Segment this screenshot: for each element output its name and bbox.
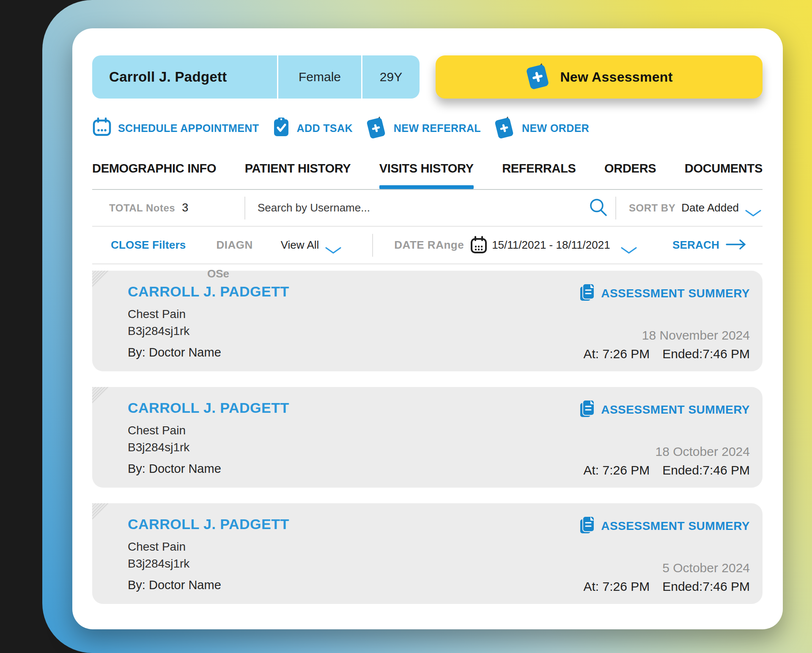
document-icon [579, 283, 595, 304]
page-fold-icon [92, 387, 109, 404]
visit-record-id: B3j284sj1rk [128, 439, 289, 456]
visit-end-time: Ended:7:46 PM [662, 347, 750, 361]
search-input[interactable] [258, 201, 588, 214]
assessment-summary-label: ASSESSMENT SUMMERY [601, 403, 750, 417]
patient-header-row: Carroll J. Padgett Female 29Y New Assess… [92, 55, 763, 99]
visit-datetime: 18 October 2024 At: 7:26 PM Ended:7:46 P… [583, 444, 750, 477]
date-range-value[interactable]: 15/11/2021 - 18/11/2021 [492, 239, 610, 252]
visit-diagnosis: Chest Pain [128, 306, 289, 323]
visit-record-id: B3j284sj1rk [128, 323, 289, 340]
visit-date: 18 November 2024 [642, 328, 750, 343]
new-referral-button[interactable]: NEW REFERRAL [366, 116, 481, 140]
chevron-down-icon[interactable] [325, 247, 342, 256]
visit-record-id: B3j284sj1rk [128, 555, 289, 572]
diagnose-filter-label: DIAGN [216, 239, 252, 252]
visit-times: At: 7:26 PM Ended:7:46 PM [583, 579, 750, 594]
visit-date: 5 October 2024 [662, 561, 750, 575]
tab-demographic-info[interactable]: DEMOGRAPHIC INFO [92, 162, 216, 176]
sort-by-label: SORT BY [629, 202, 675, 214]
visit-date: 18 October 2024 [656, 444, 750, 459]
total-notes: TOTAL Notes 3 [92, 201, 244, 214]
total-notes-label: TOTAL Notes [109, 202, 175, 214]
document-icon [579, 400, 595, 420]
schedule-appointment-label: SCHEDULE APPOINTMENT [118, 122, 259, 134]
divider [372, 234, 373, 257]
new-assessment-label: New Assessment [560, 69, 672, 85]
diagnose-filter-value[interactable]: View All [281, 239, 319, 252]
clipboard-check-icon [272, 117, 290, 139]
visit-doctor: By: Doctor Name [128, 578, 289, 592]
add-task-label: ADD TSAK [296, 122, 352, 134]
calendar-icon[interactable] [470, 236, 488, 255]
patient-age: 29Y [362, 55, 420, 99]
visit-card-details: CARROLL J. PADGETT Chest Pain B3j284sj1r… [128, 516, 289, 594]
visit-card-meta: ASSESSMENT SUMMERY 18 October 2024 At: 7… [579, 400, 750, 477]
visit-card: CARROLL J. PADGETT Chest Pain B3j284sj1r… [92, 387, 763, 488]
visit-end-time: Ended:7:46 PM [662, 463, 750, 477]
quick-actions-row: SCHEDULE APPOINTMENT ADD TSAK NEW R [92, 118, 763, 139]
visit-patient-name-link[interactable]: CARROLL J. PADGETT [128, 516, 289, 532]
new-order-button[interactable]: NEW ORDER [494, 116, 589, 140]
visit-card: CARROLL J. PADGETT Chest Pain B3j284sj1r… [92, 271, 763, 371]
notes-toolbar: TOTAL Notes 3 SORT BY Date Added [92, 190, 763, 227]
visit-patient-name-link[interactable]: CARROLL J. PADGETT [128, 400, 289, 416]
visit-diagnosis: Chest Pain [128, 538, 289, 555]
assessment-summary-button[interactable]: ASSESSMENT SUMMERY [579, 400, 750, 420]
new-order-label: NEW ORDER [522, 122, 589, 134]
sort-by-dropdown[interactable]: SORT BY Date Added [616, 201, 763, 214]
visits-list: CARROLL J. PADGETT Chest Pain B3j284sj1r… [92, 271, 763, 604]
search-filters-button[interactable]: SERACH [672, 239, 747, 252]
date-range-label: DATE RAnge [394, 239, 464, 252]
visit-card-meta: ASSESSMENT SUMMERY 5 October 2024 At: 7:… [579, 516, 750, 594]
close-filters-button[interactable]: CLOSE Filters [111, 239, 186, 252]
visit-start-time: At: 7:26 PM [583, 347, 650, 361]
record-tabs: DEMOGRAPHIC INFO PATIENT HISTORY VISITS … [92, 162, 763, 190]
page-fold-icon [92, 503, 109, 520]
patient-name: Carroll J. Padgett [92, 55, 277, 99]
visit-diagnosis: Chest Pain [128, 422, 289, 439]
visit-end-time: Ended:7:46 PM [662, 579, 750, 594]
schedule-appointment-button[interactable]: SCHEDULE APPOINTMENT [92, 117, 259, 139]
patient-info-bar: Carroll J. Padgett Female 29Y [92, 55, 420, 99]
visit-datetime: 18 November 2024 At: 7:26 PM Ended:7:46 … [583, 328, 750, 361]
visit-doctor: By: Doctor Name [128, 346, 289, 359]
visit-card-details: CARROLL J. PADGETT Chest Pain B3j284sj1r… [128, 400, 289, 477]
assessment-summary-label: ASSESSMENT SUMMERY [601, 519, 750, 533]
new-referral-label: NEW REFERRAL [394, 122, 481, 134]
calendar-icon [92, 117, 112, 139]
tab-referrals[interactable]: REFERRALS [502, 162, 576, 176]
assessment-summary-button[interactable]: ASSESSMENT SUMMERY [579, 283, 750, 304]
visit-card-meta: ASSESSMENT SUMMERY 18 November 2024 At: … [579, 283, 750, 361]
tab-orders[interactable]: ORDERS [604, 162, 656, 176]
visit-start-time: At: 7:26 PM [583, 579, 650, 594]
tab-patient-history[interactable]: PATIENT HISTORY [245, 162, 351, 176]
patient-gender: Female [278, 55, 361, 99]
page-fold-icon [92, 271, 109, 288]
tab-documents[interactable]: DOCUMENTS [685, 162, 763, 176]
visit-card-details: CARROLL J. PADGETT Chest Pain B3j284sj1r… [128, 283, 289, 361]
page: { "patient_header": { "name": "Carroll J… [0, 0, 812, 653]
visit-doctor: By: Doctor Name [128, 462, 289, 476]
visit-start-time: At: 7:26 PM [583, 463, 650, 477]
chevron-down-icon[interactable] [745, 209, 762, 219]
visit-times: At: 7:26 PM Ended:7:46 PM [583, 347, 750, 361]
visit-datetime: 5 October 2024 At: 7:26 PM Ended:7:46 PM [583, 561, 750, 594]
diagnose-label-overflow: OSe [207, 267, 229, 280]
note-plus-icon [366, 116, 387, 140]
assessment-summary-button[interactable]: ASSESSMENT SUMMERY [579, 516, 750, 536]
add-task-button[interactable]: ADD TSAK [272, 117, 352, 139]
visit-card: CARROLL J. PADGETT Chest Pain B3j284sj1r… [92, 503, 763, 604]
note-plus-icon [494, 116, 516, 140]
search-filters-label: SERACH [672, 239, 719, 252]
new-assessment-button[interactable]: New Assessment [436, 55, 763, 99]
search-icon[interactable] [588, 197, 609, 219]
visit-patient-name-link[interactable]: CARROLL J. PADGETT [128, 283, 289, 300]
chevron-down-icon[interactable] [620, 247, 637, 256]
note-plus-icon [525, 63, 551, 91]
tab-visits-history[interactable]: VISITS HISTORY [379, 162, 474, 176]
card-content: Carroll J. Padgett Female 29Y New Assess… [72, 28, 783, 629]
total-notes-count: 3 [182, 201, 188, 214]
visit-times: At: 7:26 PM Ended:7:46 PM [583, 463, 750, 477]
assessment-summary-label: ASSESSMENT SUMMERY [601, 287, 750, 300]
filters-bar: CLOSE Filters DIAGN View All DATE RAnge … [92, 227, 763, 264]
